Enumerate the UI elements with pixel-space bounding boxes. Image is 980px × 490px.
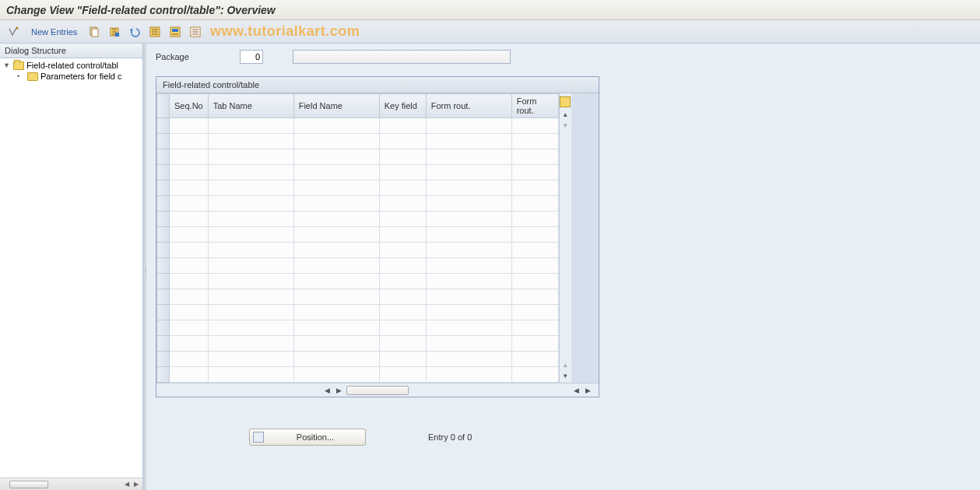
hscroll-thumb[interactable] <box>346 386 409 395</box>
table-cell[interactable] <box>293 196 379 212</box>
row-selector[interactable] <box>157 320 170 336</box>
table-cell[interactable] <box>293 180 379 196</box>
table-cell[interactable] <box>293 258 379 274</box>
table-cell[interactable] <box>293 243 379 258</box>
table-cell[interactable] <box>426 320 511 336</box>
table-cell[interactable] <box>379 289 426 305</box>
table-cell[interactable] <box>379 274 426 289</box>
description-input[interactable] <box>293 50 511 64</box>
table-cell[interactable] <box>208 212 293 227</box>
table-cell[interactable] <box>208 367 293 383</box>
row-selector[interactable] <box>157 336 170 352</box>
undo-icon[interactable] <box>127 24 142 40</box>
table-cell[interactable] <box>426 305 511 320</box>
copy-icon[interactable] <box>86 24 102 40</box>
table-cell[interactable] <box>208 134 293 149</box>
table-cell[interactable] <box>511 196 558 212</box>
row-selector[interactable] <box>157 243 170 258</box>
row-selector[interactable] <box>157 274 170 289</box>
table-cell[interactable] <box>293 320 379 336</box>
row-selector[interactable] <box>157 289 170 305</box>
table-cell[interactable] <box>511 149 558 165</box>
table-cell[interactable] <box>379 258 426 274</box>
table-cell[interactable] <box>426 352 511 367</box>
table-cell[interactable] <box>511 320 558 336</box>
table-cell[interactable] <box>208 336 293 352</box>
table-cell[interactable] <box>511 212 558 227</box>
table-cell[interactable] <box>170 227 209 243</box>
table-cell[interactable] <box>379 196 426 212</box>
table-cell[interactable] <box>293 352 379 367</box>
scroll-down-dim-icon[interactable]: ▼ <box>562 120 568 131</box>
hscroll-left2-icon[interactable]: ◀ <box>572 387 581 394</box>
table-cell[interactable] <box>511 180 558 196</box>
col-seqno[interactable]: Seq.No <box>170 94 209 118</box>
table-cell[interactable] <box>170 180 209 196</box>
table-cell[interactable] <box>170 289 209 305</box>
table-cell[interactable] <box>293 118 379 134</box>
table-cell[interactable] <box>208 196 293 212</box>
row-selector[interactable] <box>157 258 170 274</box>
scroll-down-icon[interactable]: ▼ <box>562 370 568 381</box>
table-cell[interactable] <box>170 165 209 180</box>
table-cell[interactable] <box>426 165 511 180</box>
table-cell[interactable] <box>170 274 209 289</box>
table-cell[interactable] <box>170 320 209 336</box>
table-cell[interactable] <box>379 118 426 134</box>
table-cell[interactable] <box>426 118 511 134</box>
table-cell[interactable] <box>208 258 293 274</box>
new-entries-button[interactable]: New Entries <box>26 26 82 38</box>
row-selector[interactable] <box>157 118 170 134</box>
row-selector[interactable] <box>157 180 170 196</box>
table-config-icon[interactable] <box>560 96 571 107</box>
row-selector[interactable] <box>157 149 170 165</box>
table-cell[interactable] <box>379 134 426 149</box>
deselect-all-icon[interactable] <box>188 24 203 40</box>
table-cell[interactable] <box>293 274 379 289</box>
table-cell[interactable] <box>208 274 293 289</box>
table-cell[interactable] <box>379 165 426 180</box>
table-cell[interactable] <box>511 134 558 149</box>
row-selector[interactable] <box>157 196 170 212</box>
select-all-header[interactable] <box>157 94 170 118</box>
table-cell[interactable] <box>511 336 558 352</box>
table-cell[interactable] <box>208 180 293 196</box>
table-cell[interactable] <box>379 320 426 336</box>
table-cell[interactable] <box>170 305 209 320</box>
row-selector[interactable] <box>157 305 170 320</box>
table-cell[interactable] <box>379 367 426 383</box>
table-cell[interactable] <box>426 134 511 149</box>
tree-item-field-control[interactable]: ▼ Field-related control/tabl <box>0 60 142 71</box>
table-cell[interactable] <box>426 367 511 383</box>
table-cell[interactable] <box>208 165 293 180</box>
table-cell[interactable] <box>426 258 511 274</box>
table-cell[interactable] <box>170 367 209 383</box>
hscroll-thumb[interactable] <box>9 481 48 488</box>
row-selector[interactable] <box>157 134 170 149</box>
table-cell[interactable] <box>379 243 426 258</box>
table-cell[interactable] <box>170 336 209 352</box>
table-cell[interactable] <box>208 227 293 243</box>
hscroll-left-icon[interactable]: ◀ <box>323 387 332 394</box>
table-cell[interactable] <box>293 212 379 227</box>
table-cell[interactable] <box>293 336 379 352</box>
table-cell[interactable] <box>511 118 558 134</box>
table-cell[interactable] <box>379 227 426 243</box>
table-cell[interactable] <box>170 196 209 212</box>
scroll-right-icon[interactable]: ▶ <box>132 481 141 488</box>
table-cell[interactable] <box>208 305 293 320</box>
scroll-up-dim-icon[interactable]: ▲ <box>562 359 568 370</box>
hscroll-right2-icon[interactable]: ▶ <box>584 387 592 394</box>
table-cell[interactable] <box>511 258 558 274</box>
table-cell[interactable] <box>293 227 379 243</box>
delete-icon[interactable] <box>107 24 122 40</box>
table-cell[interactable] <box>511 367 558 383</box>
table-cell[interactable] <box>170 243 209 258</box>
row-selector[interactable] <box>157 367 170 383</box>
table-cell[interactable] <box>170 212 209 227</box>
table-cell[interactable] <box>379 180 426 196</box>
table-cell[interactable] <box>511 305 558 320</box>
tree-item-parameters[interactable]: • Parameters for field c <box>0 71 142 82</box>
table-cell[interactable] <box>511 289 558 305</box>
row-selector[interactable] <box>157 352 170 367</box>
